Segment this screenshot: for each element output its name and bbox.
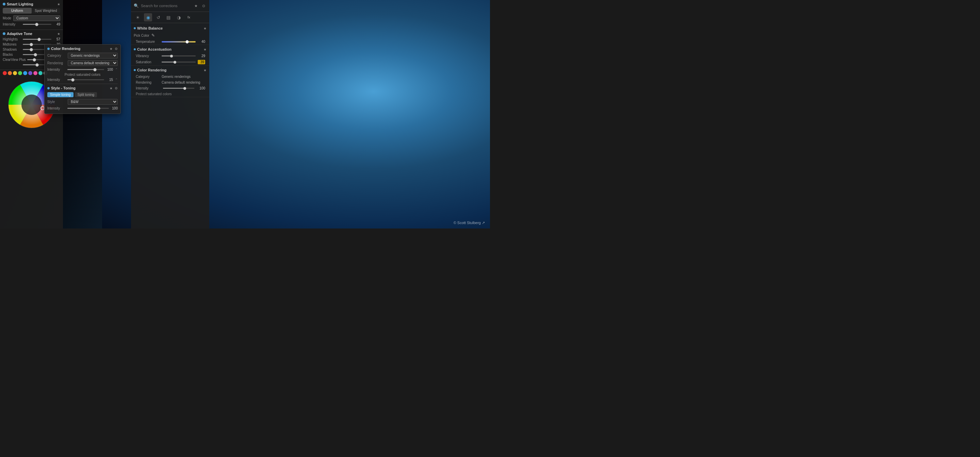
search-star-btn[interactable]: ★ — [193, 3, 199, 9]
clearview-label: ClearView Plus — [3, 58, 26, 62]
cr-category-row: Category Generic renderings — [131, 74, 209, 79]
cr-intensity-value: 100 — [105, 68, 113, 71]
cr-category-label: Category — [136, 75, 159, 79]
color-accentuation-star[interactable]: ★ — [204, 48, 207, 51]
cr-protect-row: Protect saturated colors — [131, 91, 209, 97]
white-balance-star[interactable]: ★ — [204, 27, 207, 30]
swatch-orange[interactable] — [8, 71, 12, 75]
protect-stepper[interactable]: ⌃ — [115, 78, 118, 82]
category-select[interactable]: Generic renderings — [68, 53, 118, 59]
style-toning-star[interactable]: ★ — [110, 86, 113, 90]
cr-list-intensity-slider[interactable] — [163, 88, 194, 89]
pick-color-icon[interactable]: ✎ — [151, 33, 155, 38]
white-balance-header[interactable]: White Balance ★ — [131, 24, 209, 32]
white-balance-title: White Balance — [134, 26, 163, 30]
color-rendering-group: Color Rendering ★ Category Generic rende… — [131, 66, 209, 97]
swatch-pink[interactable] — [33, 71, 37, 75]
white-balance-group: White Balance ★ Pick Color ✎ Temperature… — [131, 24, 209, 45]
tab-history[interactable]: ↺ — [154, 13, 162, 21]
search-actions: ★ ⊙ — [193, 3, 207, 9]
adaptive-tone-bullet — [3, 32, 5, 35]
swatch-yellow[interactable] — [13, 71, 17, 75]
cr-rendering-value: Camera default rendering — [162, 81, 200, 84]
rendering-select[interactable]: Camera default rendering — [68, 60, 118, 66]
category-label: Category — [47, 54, 68, 57]
color-accentuation-title: Color Accentuation — [134, 47, 172, 51]
tab-tone[interactable]: ◑ — [175, 13, 183, 21]
protect-intensity-slider[interactable] — [67, 79, 104, 80]
search-toggle-btn[interactable]: ⊙ — [200, 3, 207, 9]
cr-intensity-label: Intensity — [47, 68, 66, 71]
intensity-slider-row: Intensity 49 — [3, 22, 60, 26]
adaptive-tone-star[interactable]: ★ — [57, 32, 60, 36]
saturation-value: 39 — [198, 60, 205, 64]
cr-intensity-row: Intensity 100 ⌃ — [47, 68, 118, 71]
vibrancy-slider[interactable] — [162, 56, 196, 56]
smart-lighting-title: Smart Lighting — [3, 2, 33, 6]
toning-intensity-row: Intensity 100 — [47, 106, 118, 110]
temperature-row: Temperature 40 — [131, 39, 209, 44]
watermark[interactable]: © Scott Stulberg ↗ — [453, 221, 485, 225]
mode-row: Mode Custom — [3, 15, 60, 21]
intensity-slider-track[interactable] — [23, 24, 51, 25]
corrections-list: White Balance ★ Pick Color ✎ Temperature… — [131, 23, 209, 221]
color-rendering-group-star[interactable]: ★ — [204, 68, 207, 72]
cr-list-intensity-value: 100 — [198, 86, 205, 90]
color-rendering-group-header[interactable]: Color Rendering ★ — [131, 66, 209, 74]
midtones-label: Midtones — [3, 43, 21, 46]
toning-intensity-slider[interactable] — [67, 108, 109, 109]
mode-select[interactable]: Custom — [13, 15, 60, 21]
panel-title-dot — [47, 48, 50, 50]
search-input[interactable] — [141, 4, 191, 8]
color-accentuation-dot — [134, 48, 136, 50]
toning-intensity-label: Intensity — [47, 106, 66, 110]
swatch-red[interactable] — [3, 71, 7, 75]
toning-tabs: Simple toning Split toning — [47, 92, 118, 97]
uniform-button[interactable]: Uniform — [3, 8, 32, 14]
tab-color[interactable]: ◉ — [144, 13, 152, 21]
rendering-label: Rendering — [47, 61, 68, 65]
swatch-purple[interactable] — [28, 71, 32, 75]
section-bullet — [3, 3, 5, 5]
white-balance-dot — [134, 27, 136, 29]
temperature-slider[interactable] — [162, 41, 196, 43]
adaptive-tone-header: Adaptive Tone ★ — [3, 32, 60, 36]
swatch-teal[interactable] — [38, 71, 43, 75]
style-toning-dot — [47, 87, 50, 89]
style-toning-settings[interactable]: ⚙ — [115, 86, 118, 90]
style-select[interactable]: B&W — [68, 99, 118, 105]
tab-layers[interactable]: ▤ — [164, 13, 172, 21]
color-rendering-group-title: Color Rendering — [134, 68, 166, 72]
swatch-blue[interactable] — [23, 71, 27, 75]
smart-lighting-star[interactable]: ★ — [57, 2, 60, 6]
tab-effects[interactable]: fx — [185, 13, 193, 21]
temperature-value: 40 — [198, 40, 205, 43]
simple-toning-tab[interactable]: Simple toning — [47, 92, 73, 97]
tab-light[interactable]: ☀ — [134, 13, 142, 21]
mode-label: Mode — [3, 16, 11, 20]
saturation-row: Saturation 39 — [131, 59, 209, 65]
color-rendering-panel: Color Rendering ★ ⚙ Category Generic ren… — [44, 44, 121, 114]
smart-lighting-toggle: Uniform Spot Weighted — [3, 8, 60, 14]
cr-list-intensity-row: Intensity 100 — [131, 85, 209, 91]
saturation-slider[interactable] — [162, 62, 196, 63]
intensity-label: Intensity — [3, 22, 21, 26]
rendering-row: Rendering Camera default rendering — [47, 60, 118, 66]
saturation-label: Saturation — [136, 60, 159, 64]
corrections-panel: 🔍 ★ ⊙ ☀ ◉ ↺ ▤ ◑ fx White Balance ★ Pick … — [131, 0, 209, 228]
highlights-slider[interactable] — [23, 39, 51, 40]
cr-stepper[interactable]: ⌃ — [115, 68, 118, 71]
style-toning-header: Style - Toning ★ ⚙ — [47, 86, 118, 90]
color-rendering-panel-title: Color Rendering — [47, 47, 80, 51]
cr-intensity-slider[interactable] — [67, 69, 104, 70]
color-rendering-settings[interactable]: ⚙ — [115, 47, 118, 51]
swatch-green[interactable] — [18, 71, 22, 75]
search-icon: 🔍 — [134, 3, 139, 8]
pick-color-label: Pick Color — [134, 34, 150, 37]
spot-weighted-button[interactable]: Spot Weighted — [32, 8, 60, 14]
background-photo — [0, 0, 490, 228]
color-accentuation-header[interactable]: Color Accentuation ★ — [131, 46, 209, 53]
svg-point-2 — [21, 95, 42, 115]
color-rendering-star[interactable]: ★ — [110, 47, 113, 51]
split-toning-tab[interactable]: Split toning — [75, 92, 97, 97]
